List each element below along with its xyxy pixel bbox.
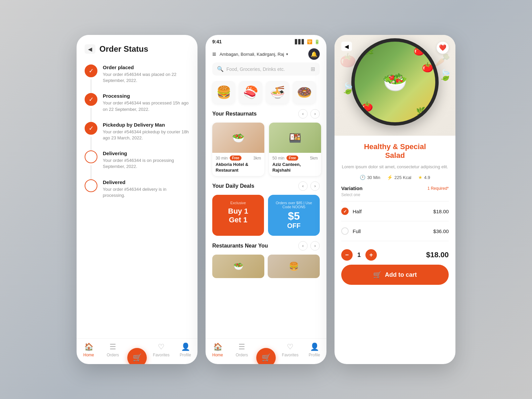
variation-section: Variation 1 Required* Select one Half $1… bbox=[341, 185, 449, 241]
search-icon: 🔍 bbox=[217, 66, 224, 72]
step-icon-placed: ✓ bbox=[85, 64, 97, 77]
step-title-delivering: Delivering bbox=[103, 150, 189, 156]
category-donut[interactable]: 🍩 bbox=[293, 81, 316, 104]
akboria-dist: 3km bbox=[253, 156, 261, 161]
nav-profile-1[interactable]: 👤 Profile bbox=[173, 343, 197, 357]
deals-section-header: Your Daily Deals ‹ › bbox=[206, 181, 326, 195]
next-restaurants-button[interactable]: › bbox=[310, 109, 320, 119]
nearby-img-1[interactable]: 🥗 bbox=[212, 255, 264, 278]
quantity-row: − 1 + $18.00 bbox=[341, 245, 449, 265]
deals-title: Your Daily Deals bbox=[212, 183, 254, 189]
nav-favorites-2[interactable]: ♡ Favorites bbox=[278, 343, 302, 357]
required-badge: 1 Required* bbox=[428, 186, 449, 191]
nav-favorites-label-1: Favorites bbox=[153, 353, 169, 357]
notification-button[interactable]: 🔔 bbox=[308, 48, 320, 60]
back-button[interactable]: ◀ bbox=[85, 44, 95, 54]
favorite-button[interactable]: ❤️ bbox=[437, 42, 449, 54]
nav-orders-label-1: Orders bbox=[107, 353, 119, 357]
location-selector[interactable]: Ambagan, Bornali, Kadirganj, Raj ▾ bbox=[220, 52, 305, 57]
tomato-3: 🍅 bbox=[361, 101, 373, 112]
restaurant-img-aziz: 🍱 bbox=[269, 123, 321, 153]
star-icon: ★ bbox=[418, 175, 423, 180]
step-processing: ✓ Processing Your order #546344 was proc… bbox=[85, 93, 189, 122]
akboria-name: Akboria Hotel & Restaurant bbox=[216, 162, 261, 173]
restaurant-card-akboria[interactable]: 🥗 30 min Free 3km Akboria Hotel & Restau… bbox=[212, 123, 264, 176]
step-icon-pickedup: ✓ bbox=[85, 122, 97, 135]
nav-orders-2[interactable]: ☰ Orders bbox=[230, 343, 254, 357]
total-price: $18.00 bbox=[426, 251, 449, 259]
status-bar: 9:41 ▋▋▋ 🛜 🔋 bbox=[206, 35, 326, 47]
increase-quantity-button[interactable]: + bbox=[365, 249, 377, 261]
nearby-section-header: Restaurants Near You ‹ › bbox=[206, 241, 326, 255]
deal-off-label: OFF bbox=[287, 222, 301, 230]
decrease-quantity-button[interactable]: − bbox=[341, 249, 353, 261]
prev-deals-button[interactable]: ‹ bbox=[298, 181, 308, 191]
step-title-pickedup: Pickedup by Delivery Man bbox=[103, 122, 189, 128]
tomato-1: 🍅 bbox=[413, 45, 425, 56]
variation-label: Variation bbox=[341, 185, 362, 191]
quantity-value: 1 bbox=[357, 252, 361, 259]
restaurant-card-aziz[interactable]: 🍱 50 min Free 5km Aziz Canteen, Rajshahi bbox=[269, 123, 321, 176]
nearby-img-2[interactable]: 🍔 bbox=[268, 255, 320, 278]
leaf-decoration-2: 🍃 bbox=[439, 69, 452, 81]
heart-icon: ❤️ bbox=[439, 44, 446, 51]
prev-nearby-button[interactable]: ‹ bbox=[298, 241, 308, 251]
step-desc-placed: Your order #546344 was placed on 22 Sept… bbox=[103, 72, 189, 84]
variation-half[interactable]: Half $18.00 bbox=[341, 204, 449, 218]
nav-favorites-1[interactable]: ♡ Favorites bbox=[149, 343, 173, 357]
nav-home-1[interactable]: 🏠 Home bbox=[77, 343, 101, 357]
step-desc-delivering: Your order #546344 is on processing Sept… bbox=[103, 158, 189, 170]
hamburger-menu-icon[interactable]: ≡ bbox=[212, 50, 216, 58]
deal-5off[interactable]: Orders over $85 | Use Code NOON5 $5 OFF bbox=[268, 195, 320, 236]
nearby-restaurant-images: 🥗 🍔 bbox=[206, 255, 326, 278]
step-title-placed: Order placed bbox=[103, 64, 189, 70]
nav-orders-1[interactable]: ☰ Orders bbox=[101, 343, 125, 357]
food-rating: 4.9 bbox=[424, 175, 430, 180]
category-burger[interactable]: 🍔 bbox=[212, 81, 235, 104]
add-to-cart-button[interactable]: 🛒 Add to cart bbox=[341, 265, 449, 285]
aziz-dist: 5km bbox=[310, 156, 318, 161]
orders-icon: ☰ bbox=[109, 343, 116, 351]
orders-icon-2: ☰ bbox=[238, 343, 245, 351]
food-time: 30 Min bbox=[367, 175, 380, 180]
battery-icon: 🔋 bbox=[314, 39, 320, 44]
radio-full[interactable] bbox=[341, 227, 349, 235]
select-one-hint: Select one bbox=[341, 192, 449, 197]
filter-icon[interactable]: ⊞ bbox=[311, 66, 315, 72]
detail-back-button[interactable]: ◀ bbox=[341, 42, 352, 51]
deal-exclusive-label: Exclusive bbox=[230, 201, 246, 205]
food-description: Lorem ipsum dolor sit amet, consectetur … bbox=[341, 164, 449, 170]
deal-amount: $5 bbox=[288, 210, 300, 222]
back-arrow-icon-2: ◀ bbox=[345, 43, 349, 50]
quantity-control: − 1 + bbox=[341, 249, 377, 261]
prev-restaurants-button[interactable]: ‹ bbox=[298, 109, 308, 119]
nav-home-2[interactable]: 🏠 Home bbox=[206, 343, 230, 357]
category-noodles[interactable]: 🍜 bbox=[266, 81, 289, 104]
variation-full[interactable]: Full $36.00 bbox=[341, 224, 449, 238]
home-header: ≡ Ambagan, Bornali, Kadirganj, Raj ▾ 🔔 bbox=[206, 47, 326, 62]
add-to-cart-label: Add to cart bbox=[385, 271, 417, 278]
nav-profile-2[interactable]: 👤 Profile bbox=[302, 343, 326, 357]
next-nearby-button[interactable]: › bbox=[310, 241, 320, 251]
category-sushi[interactable]: 🍣 bbox=[239, 81, 262, 104]
time-display: 9:41 bbox=[212, 39, 222, 44]
cart-fab-1[interactable]: 🛒 bbox=[127, 348, 147, 364]
signal-icon: ▋▋▋ bbox=[295, 39, 305, 44]
deals-cards: Exclusive Buy 1Get 1 Orders over $85 | U… bbox=[206, 195, 326, 241]
food-time-meta: 🕐 30 Min bbox=[360, 175, 380, 180]
radio-half[interactable] bbox=[341, 208, 349, 215]
home-screen: 9:41 ▋▋▋ 🛜 🔋 ≡ Ambagan, Bornali, Kadirga… bbox=[206, 35, 326, 364]
search-bar[interactable]: 🔍 Food, Groceries, Drinks etc. ⊞ bbox=[212, 62, 320, 76]
next-deals-button[interactable]: › bbox=[310, 181, 320, 191]
leaf-decoration-1: 🍃 bbox=[341, 82, 355, 95]
restaurant-cards-list: 🥗 30 min Free 3km Akboria Hotel & Restau… bbox=[206, 123, 326, 181]
bottom-navigation-1: 🏠 Home ☰ Orders 🛒 ♡ Favorites 👤 Profile bbox=[77, 338, 197, 364]
cart-fab-2[interactable]: 🛒 bbox=[256, 348, 276, 364]
divider-1 bbox=[341, 201, 449, 202]
option-full-name: Full bbox=[353, 228, 433, 234]
akboria-time: 30 min bbox=[216, 156, 228, 161]
search-input[interactable]: Food, Groceries, Drinks etc. bbox=[226, 66, 308, 72]
step-placed: ✓ Order placed Your order #546344 was pl… bbox=[85, 64, 189, 93]
status-icons: ▋▋▋ 🛜 🔋 bbox=[295, 39, 320, 44]
deal-buy1get1[interactable]: Exclusive Buy 1Get 1 bbox=[212, 195, 264, 236]
